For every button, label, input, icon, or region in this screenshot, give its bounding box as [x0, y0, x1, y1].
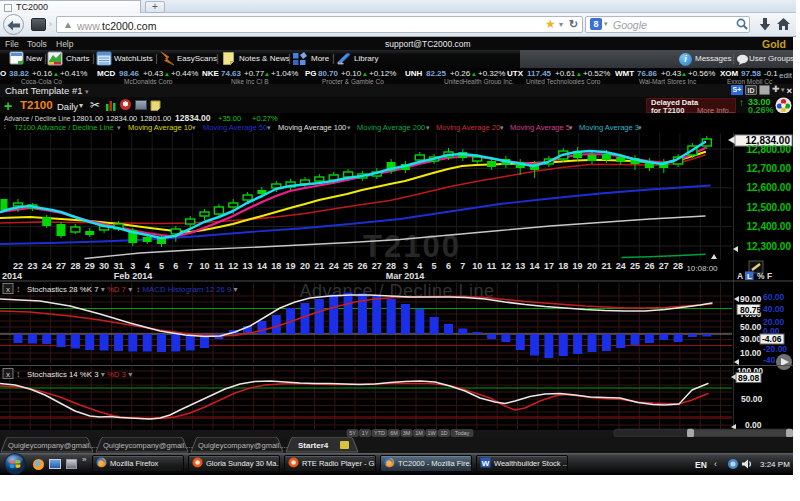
svg-text:60.00: 60.00 — [763, 292, 785, 302]
svg-text:23: 23 — [27, 261, 37, 271]
svg-text:Quigleycompany@gmail....: Quigleycompany@gmail.... — [198, 441, 288, 450]
svg-text:↕: ↕ — [16, 369, 21, 379]
svg-text:2014: 2014 — [2, 271, 22, 281]
svg-text:% F: % F — [757, 271, 772, 281]
svg-text:10:08:00: 10:08:00 — [686, 264, 718, 273]
svg-text:10: 10 — [472, 261, 482, 271]
svg-text:-4.06: -4.06 — [762, 334, 782, 344]
svg-text:4: 4 — [417, 261, 422, 271]
svg-text:90.00: 90.00 — [740, 294, 762, 304]
svg-text:6: 6 — [173, 261, 178, 271]
svg-text:28: 28 — [386, 261, 396, 271]
svg-text:22: 22 — [13, 261, 23, 271]
svg-text:10: 10 — [199, 261, 209, 271]
svg-text:7: 7 — [188, 261, 193, 271]
svg-text:↕: ↕ — [16, 284, 21, 294]
svg-text:13: 13 — [515, 261, 525, 271]
svg-text:x: x — [6, 370, 10, 379]
svg-text:13: 13 — [243, 261, 253, 271]
svg-text:3: 3 — [130, 261, 135, 271]
svg-text:Quigleycompany@gmail....: Quigleycompany@gmail.... — [8, 441, 98, 450]
svg-text:40.00: 40.00 — [763, 304, 785, 314]
svg-text:50.00: 50.00 — [740, 322, 762, 332]
svg-text:25: 25 — [630, 261, 640, 271]
svg-text:26: 26 — [644, 261, 654, 271]
svg-text:21: 21 — [601, 261, 611, 271]
svg-text:28: 28 — [673, 261, 683, 271]
svg-text:12,600.00: 12,600.00 — [747, 182, 792, 193]
svg-text:14: 14 — [257, 261, 267, 271]
svg-text:29: 29 — [85, 261, 95, 271]
svg-text:5Y: 5Y — [349, 430, 356, 436]
svg-text:27: 27 — [659, 261, 669, 271]
svg-text:0.00: 0.00 — [745, 420, 762, 430]
svg-text:30: 30 — [99, 261, 109, 271]
svg-text:1W: 1W — [427, 430, 436, 436]
svg-text:Today: Today — [455, 430, 470, 436]
svg-text:89.08: 89.08 — [738, 373, 760, 383]
svg-text:A: A — [737, 271, 743, 281]
svg-text:11: 11 — [214, 261, 224, 271]
svg-text:18: 18 — [271, 261, 281, 271]
svg-text:27: 27 — [56, 261, 66, 271]
svg-text:28: 28 — [70, 261, 80, 271]
svg-text:4: 4 — [145, 261, 150, 271]
svg-text:Starter4: Starter4 — [298, 441, 329, 450]
svg-text:YTD: YTD — [374, 430, 385, 436]
svg-text:5: 5 — [432, 261, 437, 271]
svg-text:12,800.00: 12,800.00 — [747, 144, 792, 155]
svg-text:21: 21 — [314, 261, 324, 271]
svg-text:20: 20 — [587, 261, 597, 271]
svg-text:24: 24 — [329, 261, 339, 271]
svg-text:Feb 2014: Feb 2014 — [114, 271, 153, 281]
svg-text:12,400.00: 12,400.00 — [747, 221, 792, 232]
svg-text:24: 24 — [42, 261, 52, 271]
svg-text:7: 7 — [460, 261, 465, 271]
svg-text:18: 18 — [558, 261, 568, 271]
svg-text:Stochastics 28 %K 7 ▾ %D 7 ▾: Stochastics 28 %K 7 ▾ %D 7 ▾ ↕ MACD Hist… — [27, 285, 238, 294]
svg-text:T2100: T2100 — [363, 229, 461, 264]
svg-text:12: 12 — [228, 261, 238, 271]
svg-text:50.00: 50.00 — [741, 394, 763, 404]
svg-text:12,700.00: 12,700.00 — [747, 163, 792, 174]
svg-text:3M: 3M — [403, 430, 411, 436]
svg-text:24: 24 — [616, 261, 626, 271]
svg-text:3: 3 — [403, 261, 408, 271]
svg-text:14: 14 — [530, 261, 540, 271]
svg-text:17: 17 — [544, 261, 554, 271]
svg-text:6: 6 — [446, 261, 451, 271]
svg-text:Quigleycompany@gmail....: Quigleycompany@gmail.... — [103, 441, 193, 450]
svg-text:12: 12 — [501, 261, 511, 271]
svg-text:W: W — [482, 459, 490, 468]
svg-text:27: 27 — [372, 261, 382, 271]
svg-text:6M: 6M — [390, 430, 398, 436]
svg-text:25: 25 — [343, 261, 353, 271]
svg-text:x: x — [6, 285, 10, 294]
svg-text:1M: 1M — [415, 430, 423, 436]
svg-text:-20.00: -20.00 — [763, 344, 787, 354]
svg-text:1Y: 1Y — [362, 430, 369, 436]
svg-text:12,500.00: 12,500.00 — [747, 202, 792, 213]
svg-text:31: 31 — [113, 261, 123, 271]
svg-text:12,300.00: 12,300.00 — [747, 241, 792, 252]
svg-text:Mar 2014: Mar 2014 — [386, 271, 425, 281]
svg-text:19: 19 — [573, 261, 583, 271]
svg-text:L: L — [747, 272, 752, 281]
svg-text:20: 20 — [300, 261, 310, 271]
svg-text:30.00: 30.00 — [740, 334, 762, 344]
svg-text:80.75: 80.75 — [740, 305, 762, 315]
svg-text:11: 11 — [487, 261, 497, 271]
svg-text:Stochastics 14 %K 3 ▾ %D 3 ▾: Stochastics 14 %K 3 ▾ %D 3 ▾ — [27, 370, 132, 379]
svg-text:19: 19 — [286, 261, 296, 271]
svg-text:5: 5 — [159, 261, 164, 271]
svg-text:10.00: 10.00 — [740, 348, 762, 358]
svg-text:26: 26 — [357, 261, 367, 271]
svg-text:1D: 1D — [440, 430, 447, 436]
